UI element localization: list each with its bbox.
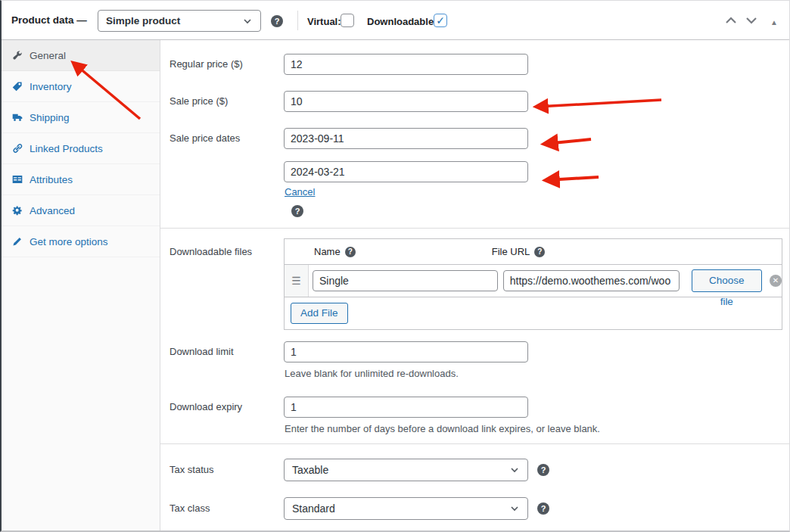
delete-file-icon[interactable]: ✕: [770, 275, 782, 287]
download-expiry-label: Download expiry: [170, 397, 279, 418]
move-up-icon[interactable]: [725, 16, 737, 27]
drag-handle-icon[interactable]: ☰: [285, 265, 309, 297]
add-file-button[interactable]: Add File: [291, 303, 348, 324]
cancel-sale-dates-link[interactable]: Cancel: [285, 186, 315, 198]
truck-icon: [12, 112, 23, 123]
section-divider: [160, 228, 789, 229]
files-table-header: Name ? File URL ?: [285, 239, 782, 265]
list-card-icon: [12, 174, 23, 185]
chevron-down-icon: [509, 503, 520, 514]
tab-label: Linked Products: [30, 143, 103, 154]
file-url-help-icon[interactable]: ?: [534, 247, 545, 257]
file-url-input[interactable]: [503, 270, 680, 291]
sale-dates-help-icon[interactable]: ?: [291, 205, 303, 217]
product-data-panel: Product data — Simple product ? Virtual:…: [0, 0, 790, 532]
tab-label: Attributes: [30, 174, 73, 185]
tab-label: Advanced: [30, 205, 75, 216]
name-help-icon[interactable]: ?: [345, 247, 356, 257]
tab-label: Get more options: [30, 236, 108, 247]
brush-icon: [12, 236, 23, 247]
section-divider: [160, 443, 789, 444]
header-divider: [297, 11, 298, 30]
chevron-down-icon: [509, 465, 520, 475]
check-icon: ✓: [436, 14, 445, 26]
sale-price-label: Sale price ($): [170, 91, 279, 112]
downloadable-label: Downloadable:: [367, 16, 437, 27]
tab-label: Shipping: [30, 112, 70, 123]
wrench-icon: [12, 50, 23, 61]
tax-class-value: Standard: [292, 502, 335, 515]
product-data-tabs: General Inventory Shipping Linked Produc…: [2, 40, 160, 530]
general-tab-panel: Regular price ($) Sale price ($) Sale pr…: [160, 40, 789, 530]
product-type-help-icon[interactable]: ?: [271, 15, 283, 27]
file-row: ☰ Choose file ✕: [285, 265, 782, 297]
tax-status-value: Taxable: [292, 464, 328, 476]
download-expiry-input[interactable]: [284, 397, 528, 418]
gear-icon: [12, 205, 23, 216]
file-url-column-header: File URL: [492, 246, 530, 257]
move-down-icon[interactable]: [745, 16, 757, 27]
tab-label: General: [30, 50, 66, 61]
product-type-select[interactable]: Simple product: [98, 10, 261, 32]
sale-date-from-input[interactable]: [284, 128, 528, 149]
tab-shipping[interactable]: Shipping: [2, 102, 160, 133]
tab-general[interactable]: General: [2, 40, 160, 71]
tax-status-select[interactable]: Taxable: [284, 459, 528, 481]
tax-status-help-icon[interactable]: ?: [537, 464, 549, 476]
choose-file-button[interactable]: Choose file: [692, 269, 762, 292]
sale-price-input[interactable]: [284, 91, 528, 112]
name-column-header: Name: [314, 246, 341, 257]
download-expiry-help-text: Enter the number of days before a downlo…: [285, 423, 600, 434]
product-type-value: Simple product: [106, 15, 180, 26]
downloadable-files-table: Name ? File URL ? ☰ Choose file ✕ Add Fi…: [284, 238, 782, 330]
virtual-label: Virtual:: [307, 16, 341, 27]
tax-class-label: Tax class: [170, 497, 279, 520]
toggle-panel-icon[interactable]: ▲: [770, 17, 778, 28]
panel-header: Product data — Simple product ? Virtual:…: [2, 1, 789, 40]
tab-inventory[interactable]: Inventory: [2, 71, 160, 102]
tag-icon: [12, 81, 23, 92]
tab-label: Inventory: [30, 81, 72, 92]
tax-class-help-icon[interactable]: ?: [537, 502, 549, 515]
tab-attributes[interactable]: Attributes: [2, 164, 160, 195]
tab-get-more-options[interactable]: Get more options: [2, 226, 160, 257]
chevron-down-icon: [242, 16, 253, 26]
download-limit-input[interactable]: [284, 341, 528, 362]
downloadable-checkbox[interactable]: ✓: [434, 14, 447, 27]
files-table-footer: Add File: [285, 297, 782, 329]
sale-date-to-input[interactable]: [284, 161, 528, 182]
tax-class-select[interactable]: Standard: [284, 497, 528, 520]
download-limit-label: Download limit: [170, 341, 279, 362]
tab-advanced[interactable]: Advanced: [2, 195, 160, 226]
link-icon: [12, 143, 23, 154]
download-limit-help-text: Leave blank for unlimited re-downloads.: [285, 368, 459, 379]
virtual-checkbox[interactable]: [341, 14, 354, 27]
tax-status-label: Tax status: [170, 459, 279, 481]
sale-price-dates-label: Sale price dates: [170, 128, 279, 149]
file-name-input[interactable]: [313, 270, 498, 291]
tab-linked-products[interactable]: Linked Products: [2, 133, 160, 164]
panel-title: Product data —: [11, 14, 87, 26]
downloadable-files-label: Downloadable files: [170, 241, 279, 263]
regular-price-input[interactable]: [284, 54, 528, 75]
regular-price-label: Regular price ($): [170, 54, 279, 75]
